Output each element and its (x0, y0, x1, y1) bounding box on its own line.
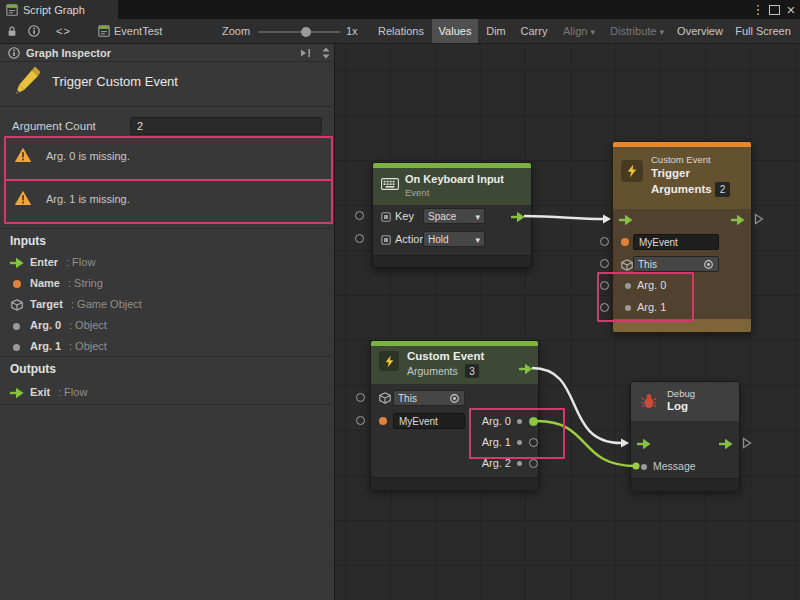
node-header: On Keyboard Input Event (373, 168, 531, 205)
relations-button[interactable]: Relations (372, 19, 430, 43)
warning-text-arg0: Arg. 0 is missing. (46, 150, 130, 162)
key-port-label: Key (395, 210, 414, 222)
message-port-label: Message (653, 460, 696, 472)
event-name-input[interactable]: MyEvent (633, 234, 719, 250)
inspector-input-enter: Enter : Flow (0, 254, 335, 274)
key-dropdown[interactable]: Space (423, 208, 485, 224)
custom-event-arg0-port[interactable] (529, 417, 538, 426)
node-custom-event[interactable]: Custom Event Arguments 3 This MyEvent Ar… (370, 340, 539, 490)
input-type: : Game Object (71, 298, 142, 310)
flow-out-port-icon[interactable] (519, 363, 533, 375)
bolt-icon-box (379, 351, 399, 371)
input-type: : String (68, 277, 103, 289)
event-name-input[interactable]: MyEvent (393, 413, 465, 429)
window-tab-bar: Script Graph (0, 0, 800, 19)
node-debug-log[interactable]: Debug Log Message (630, 381, 740, 491)
node-on-keyboard-input[interactable]: On Keyboard Input Event Key Space Action… (372, 162, 532, 268)
argument-count-badge[interactable]: 2 (715, 182, 730, 197)
fullscreen-button[interactable]: Full Screen (730, 19, 796, 43)
dim-button[interactable]: Dim (480, 19, 512, 43)
divider (0, 356, 335, 357)
trigger-arg1-port[interactable] (600, 303, 609, 312)
string-dot-icon (379, 417, 387, 425)
node-header: Custom Event Trigger Arguments 2 (613, 147, 751, 209)
flow-out-port-icon[interactable] (731, 214, 745, 226)
input-name: Arg. 0 (30, 319, 61, 331)
action-value-port[interactable] (355, 234, 364, 243)
flow-arrow-icon (10, 257, 24, 269)
object-dot-icon (641, 464, 647, 470)
custom-event-arg2-port[interactable] (529, 459, 538, 468)
lightning-bolt-icon (384, 355, 395, 368)
flow-out-port-icon[interactable] (511, 211, 525, 223)
inspector-input-target: Target : Game Object (0, 296, 335, 316)
keycap-icon (381, 235, 391, 245)
tab-script-graph[interactable]: Script Graph (0, 0, 118, 19)
flow-in-port-icon[interactable] (637, 438, 651, 450)
divider (0, 228, 335, 229)
object-dot-icon (13, 323, 20, 330)
carry-button[interactable]: Carry (514, 19, 554, 43)
arg0-port-label: Arg. 0 (637, 279, 666, 291)
argument-count-input[interactable]: 2 (130, 117, 322, 135)
target-object-picker[interactable]: This (633, 256, 719, 272)
trigger-name-port[interactable] (600, 237, 609, 246)
zoom-label: Zoom (222, 19, 250, 44)
dock-icon[interactable] (300, 48, 312, 58)
window-close-icon[interactable] (783, 0, 799, 19)
flow-out-port-icon[interactable] (719, 438, 733, 450)
graph-asset-name[interactable]: EventTest (114, 19, 162, 44)
output-type: : Flow (58, 386, 87, 398)
node-footer (373, 255, 531, 267)
input-name: Target (30, 298, 63, 310)
window-maximize-icon[interactable] (766, 0, 782, 19)
node-footer (371, 477, 538, 490)
bolt-icon-box (621, 160, 643, 182)
trigger-target-port[interactable] (600, 259, 609, 268)
key-value-port[interactable] (355, 211, 364, 220)
key-dropdown-value: Space (428, 211, 456, 222)
window-menu-icon[interactable] (750, 0, 766, 19)
node-subtitle: Event (405, 187, 429, 198)
object-dot-icon (625, 305, 631, 311)
arg0-port-label: Arg. 0 (471, 415, 511, 427)
info-icon[interactable] (28, 25, 40, 37)
custom-event-target-port[interactable] (356, 393, 365, 402)
zoom-slider-track[interactable] (258, 31, 340, 33)
custom-event-name-port[interactable] (356, 416, 365, 425)
values-button[interactable]: Values (432, 19, 478, 43)
trigger-custom-event-icon (10, 64, 44, 98)
divider (0, 106, 335, 107)
lock-icon[interactable] (6, 25, 18, 37)
code-view-icon[interactable]: <> (56, 19, 71, 44)
zoom-value: 1x (346, 19, 358, 44)
node-header: Debug Log (631, 382, 739, 421)
argument-count-badge[interactable]: 3 (465, 364, 479, 378)
action-dropdown[interactable]: Hold (423, 231, 485, 247)
custom-event-arg1-port[interactable] (529, 438, 538, 447)
action-port-label: Action (395, 233, 426, 245)
inspector-input-arg1: Arg. 1 : Object (0, 338, 335, 358)
object-picker-icon (449, 393, 460, 404)
target-object-picker[interactable]: This (393, 390, 465, 406)
arg2-port-label: Arg. 2 (471, 457, 511, 469)
graph-asset-icon (98, 25, 110, 37)
inspector-input-arg0: Arg. 0 : Object (0, 317, 335, 337)
node-supertitle: Custom Event (651, 154, 711, 165)
node-trigger-custom-event[interactable]: Custom Event Trigger Arguments 2 MyEvent… (612, 141, 752, 333)
scroll-spinner-icon[interactable] (322, 47, 330, 59)
distribute-button[interactable]: Distribute (604, 19, 670, 43)
node-title: Custom Event (407, 350, 484, 362)
zoom-slider-handle[interactable] (301, 27, 311, 37)
inspector-input-name: Name : String (0, 275, 335, 295)
overview-button[interactable]: Overview (672, 19, 728, 43)
trigger-arg0-port[interactable] (600, 281, 609, 290)
object-dot-icon (625, 283, 631, 289)
align-button[interactable]: Align (556, 19, 602, 43)
input-type: : Object (69, 319, 107, 331)
flow-in-port-icon[interactable] (619, 214, 633, 226)
node-footer (631, 478, 739, 491)
arg1-port-label: Arg. 1 (471, 436, 511, 448)
warning-text-arg1: Arg. 1 is missing. (46, 193, 130, 205)
object-dot-icon (517, 440, 522, 445)
